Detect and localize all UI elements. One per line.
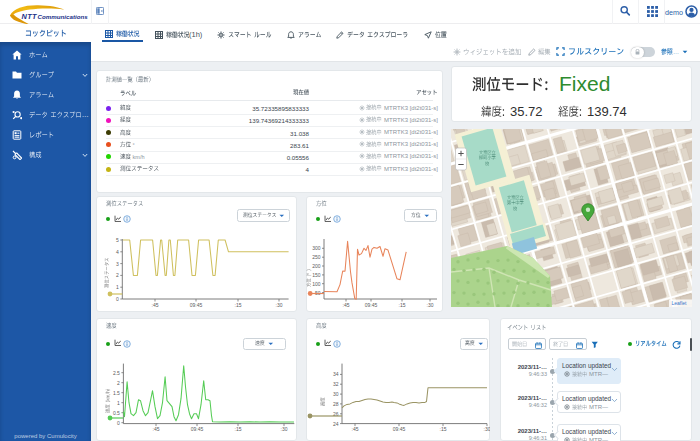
- svg-text:2.5: 2.5: [113, 370, 120, 376]
- svg-text:200: 200: [312, 263, 321, 269]
- svg-text:34: 34: [333, 371, 339, 377]
- svg-text:0.5: 0.5: [113, 410, 120, 416]
- svg-text:4: 4: [116, 249, 119, 255]
- svg-text:300: 300: [312, 245, 321, 251]
- svg-text:5: 5: [116, 237, 119, 243]
- svg-text::30: :30: [281, 426, 288, 432]
- svg-text::15: :15: [235, 302, 242, 308]
- svg-text:2: 2: [116, 272, 119, 278]
- svg-text:1: 1: [116, 284, 119, 290]
- svg-text:Leaflet: Leaflet: [672, 300, 688, 306]
- svg-text:150: 150: [312, 272, 321, 278]
- svg-text:09:45: 09:45: [365, 302, 378, 308]
- svg-text::45: :45: [343, 302, 350, 308]
- svg-text:30: 30: [333, 391, 339, 397]
- svg-text::30: :30: [276, 302, 283, 308]
- svg-text::30: :30: [427, 302, 434, 308]
- svg-text:24: 24: [333, 421, 339, 427]
- svg-text:09:45: 09:45: [190, 302, 203, 308]
- svg-text:3: 3: [116, 261, 119, 267]
- svg-text::15: :15: [440, 426, 447, 432]
- svg-text:Communications: Communications: [38, 13, 89, 20]
- svg-text::15: :15: [235, 426, 242, 432]
- svg-text:1.5: 1.5: [113, 390, 120, 396]
- svg-text:0: 0: [116, 296, 119, 302]
- svg-text::45: :45: [152, 302, 159, 308]
- svg-text:2: 2: [117, 380, 120, 386]
- svg-text:250: 250: [312, 254, 321, 260]
- svg-text:09:45: 09:45: [393, 426, 406, 432]
- svg-text:100: 100: [312, 281, 321, 287]
- svg-text:50: 50: [315, 290, 321, 296]
- svg-text::15: :15: [399, 302, 406, 308]
- svg-text:0: 0: [117, 420, 120, 426]
- svg-text::30: :30: [484, 426, 490, 432]
- svg-text:28: 28: [333, 401, 339, 407]
- svg-text::45: :45: [153, 426, 160, 432]
- svg-text:NTT: NTT: [22, 12, 38, 21]
- svg-text:09:45: 09:45: [191, 426, 204, 432]
- svg-text::45: :45: [352, 426, 359, 432]
- svg-text:32: 32: [333, 381, 339, 387]
- svg-text:1: 1: [117, 400, 120, 406]
